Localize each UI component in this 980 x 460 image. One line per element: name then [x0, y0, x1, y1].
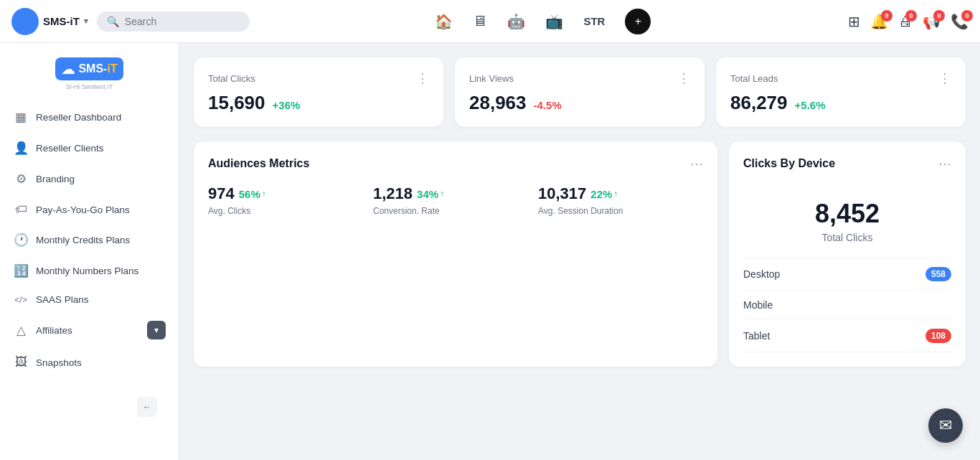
nav-print-icon[interactable]: 🖨 0 [898, 13, 913, 29]
sidebar-item-label: Snapshots [36, 357, 166, 368]
device-menu-icon[interactable]: ⋯ [938, 156, 951, 172]
device-row-tablet: Tablet 108 [743, 320, 951, 352]
sidebar-item-affiliates[interactable]: △ Affiliates ▾ [0, 313, 179, 347]
sidebar-item-label: Reseller Clients [36, 143, 166, 154]
sidebar-item-saas-plans[interactable]: </> SAAS Plans [0, 286, 179, 313]
nav-tv-icon[interactable]: 📺 [545, 13, 563, 30]
sidebar-item-label: Monthly Numbers Plans [36, 266, 166, 276]
megaphone-badge: 0 [933, 10, 945, 22]
metric-number: 10,317 [538, 184, 586, 203]
brand-avatar [11, 8, 39, 35]
audience-menu-icon[interactable]: ⋯ [690, 156, 703, 172]
pay-as-you-go-icon: 🏷 [13, 202, 29, 217]
sidebar-item-reseller-dashboard[interactable]: ▦ Reseller Dashboard [0, 102, 179, 133]
device-list: Desktop 558 Mobile Tablet 108 [743, 258, 951, 352]
stat-card-title: Link Views [469, 73, 514, 84]
metric-pct: 56% ↑ [239, 188, 266, 200]
sidebar-item-monthly-credits[interactable]: 🕐 Monthly Credits Plans [0, 225, 179, 255]
print-badge: 0 [905, 10, 917, 22]
app-layout: ☁ SMS-iT Si-Hi Sentient IT ▦ Reseller Da… [0, 43, 980, 460]
stat-card-total-leads: Total Leads ⋮ 86,279 +5.6% [716, 57, 966, 127]
sidebar-item-pay-as-you-go[interactable]: 🏷 Pay-As-You-Go Plans [0, 194, 179, 225]
nav-bot-icon[interactable]: 🤖 [507, 13, 525, 30]
search-input[interactable] [125, 16, 240, 27]
affiliates-icon: △ [13, 323, 29, 338]
stat-number: 86,279 [730, 92, 788, 114]
metric-label: Avg. Session Duration [538, 206, 703, 216]
metric-session-duration: 10,317 22% ↑ Avg. Session Duration [538, 184, 703, 216]
chat-float-button[interactable]: ✉ [928, 408, 963, 443]
device-badge: 558 [925, 267, 951, 281]
arrow-up-icon: ↑ [440, 189, 444, 199]
sidebar-item-snapshots[interactable]: 🖼 Snapshots [0, 347, 179, 377]
stat-change: +5.6% [795, 99, 826, 111]
sidebar-item-label: Monthly Credits Plans [36, 235, 166, 245]
phone-badge: 0 [961, 10, 973, 22]
monthly-credits-icon: 🕐 [13, 233, 29, 248]
clicks-by-device-card: Clicks By Device ⋯ 8,452 Total Clicks De… [729, 141, 966, 367]
metric-label: Conversion. Rate [373, 206, 538, 216]
stat-card-title: Total Clicks [208, 73, 255, 84]
search-box[interactable]: 🔍 [97, 11, 250, 32]
metrics-row: 974 56% ↑ Avg. Clicks 1,218 34% [208, 184, 703, 216]
sidebar-collapse-button[interactable]: ← [9, 389, 170, 425]
grid-icon: ⊞ [848, 13, 860, 30]
main-content: Total Clicks ⋮ 15,690 +36% Link Views ⋮ … [179, 43, 980, 460]
metric-pct: 22% ↑ [590, 188, 618, 200]
sidebar-item-monthly-numbers[interactable]: 🔢 Monthly Numbers Plans [0, 255, 179, 286]
search-icon: 🔍 [107, 16, 119, 27]
logo-cloud-icon: ☁ [61, 60, 75, 78]
metric-avg-clicks: 974 56% ↑ Avg. Clicks [208, 184, 373, 216]
sidebar-item-label: Reseller Dashboard [36, 112, 166, 123]
metric-number: 1,218 [373, 184, 413, 203]
nav-center-icons: 🏠 🖥 🤖 📺 STR + [435, 9, 651, 34]
brand-dropdown-arrow: ▾ [84, 17, 88, 26]
bottom-row: Audiences Metrics ⋯ 974 56% ↑ Avg. Click… [194, 141, 966, 367]
nav-megaphone-icon[interactable]: 📢 0 [923, 13, 941, 30]
brand-pill[interactable]: SMS-iT ▾ [11, 8, 88, 35]
stat-change: -4.5% [534, 99, 562, 111]
stat-card-menu-icon[interactable]: ⋮ [416, 70, 429, 86]
device-name: Mobile [743, 299, 773, 311]
metric-number: 974 [208, 184, 235, 203]
stat-card-menu-icon[interactable]: ⋮ [938, 70, 951, 86]
nav-monitor-icon[interactable]: 🖥 [473, 13, 487, 29]
stat-card-menu-icon[interactable]: ⋮ [677, 70, 690, 86]
nav-add-button[interactable]: + [625, 9, 651, 34]
sidebar: ☁ SMS-iT Si-Hi Sentient IT ▦ Reseller Da… [0, 43, 179, 460]
nav-str-label[interactable]: STR [583, 15, 605, 27]
chat-icon: ✉ [939, 416, 952, 435]
stat-number: 28,963 [469, 92, 527, 114]
device-chart-area: 8,452 Total Clicks [743, 184, 951, 258]
device-row-mobile: Mobile [743, 291, 951, 320]
sidebar-item-label: Branding [36, 174, 166, 184]
sidebar-item-label: Affiliates [36, 325, 140, 336]
nav-right-icons: ⊞ 🔔 0 🖨 0 📢 0 📞 0 [848, 13, 969, 30]
device-name: Desktop [743, 268, 780, 280]
metric-label: Avg. Clicks [208, 206, 373, 216]
nav-grid-icon[interactable]: ⊞ [848, 13, 860, 30]
arrow-up-icon: ↑ [262, 189, 266, 199]
sidebar-bottom: ← [0, 383, 179, 431]
device-total-number: 8,452 [815, 199, 880, 229]
sidebar-item-branding[interactable]: ⚙ Branding [0, 164, 179, 194]
snapshots-icon: 🖼 [13, 355, 29, 370]
sidebar-item-label: SAAS Plans [36, 294, 166, 305]
stat-card-link-views: Link Views ⋮ 28,963 -4.5% [455, 57, 705, 127]
nav-phone-icon[interactable]: 📞 0 [951, 13, 969, 30]
collapse-icon[interactable]: ← [137, 397, 157, 417]
device-title: Clicks By Device [743, 157, 835, 170]
stat-cards-row: Total Clicks ⋮ 15,690 +36% Link Views ⋮ … [194, 57, 966, 127]
nav-home-icon[interactable]: 🏠 [435, 13, 453, 30]
logo-subtitle: Si-Hi Sentient IT [0, 83, 179, 90]
metric-conversion-rate: 1,218 34% ↑ Conversion. Rate [373, 184, 538, 216]
nav-notifications-bell[interactable]: 🔔 0 [870, 13, 888, 30]
saas-plans-icon: </> [13, 295, 29, 305]
stat-number: 15,690 [208, 92, 265, 114]
top-nav: SMS-iT ▾ 🔍 🏠 🖥 🤖 📺 STR + ⊞ 🔔 0 🖨 0 📢 0 📞 [0, 0, 980, 43]
audience-metrics-card: Audiences Metrics ⋯ 974 56% ↑ Avg. Click… [194, 141, 717, 367]
sidebar-item-reseller-clients[interactable]: 👤 Reseller Clients [0, 133, 179, 164]
reseller-dashboard-icon: ▦ [13, 110, 29, 125]
stat-change: +36% [273, 99, 301, 111]
affiliates-expand-button[interactable]: ▾ [147, 321, 166, 339]
